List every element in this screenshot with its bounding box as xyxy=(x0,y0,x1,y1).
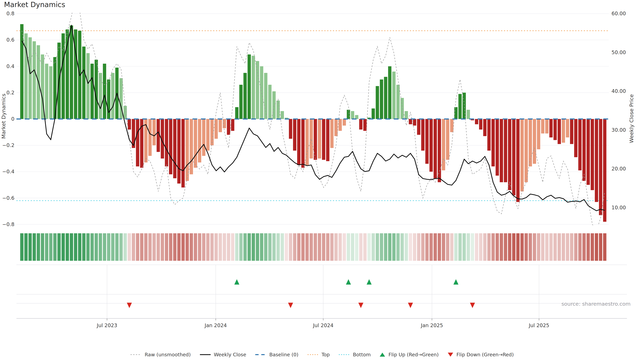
dynamics-bar xyxy=(425,119,429,164)
dynamics-bar xyxy=(595,119,598,202)
heatmap-cell xyxy=(94,233,98,261)
dynamics-bar xyxy=(86,53,90,119)
raw-line-icon xyxy=(130,353,142,357)
dynamics-bar xyxy=(388,66,392,119)
dynamics-bar xyxy=(260,66,263,119)
heatmap-cell xyxy=(438,233,441,261)
dynamics-bar xyxy=(450,119,454,132)
dynamics-bar xyxy=(545,119,548,133)
dynamics-bar xyxy=(49,66,52,119)
dynamics-bar xyxy=(384,77,388,119)
heatmap-cell xyxy=(280,233,284,261)
dynamics-bar xyxy=(318,119,321,159)
heatmap-cell xyxy=(20,233,24,261)
dynamics-bar xyxy=(582,119,586,181)
heatmap-cell xyxy=(231,233,234,261)
heatmap-cell xyxy=(462,233,466,261)
dynamics-bar xyxy=(533,119,536,164)
source-note: source: sharemaestro.com xyxy=(562,301,630,307)
heatmap-cell xyxy=(351,233,354,261)
dynamics-bar xyxy=(599,119,602,215)
heatmap-cell xyxy=(533,233,536,261)
legend-item-baseline: Baseline (0) xyxy=(255,352,298,357)
legend-label: Weekly Close xyxy=(214,352,246,357)
svg-text:−0.2: −0.2 xyxy=(2,142,14,148)
dynamics-bar xyxy=(268,85,272,119)
heatmap-cell xyxy=(603,233,606,261)
dynamics-bar xyxy=(103,64,106,119)
heatmap-cell xyxy=(479,233,482,261)
svg-text:0: 0 xyxy=(11,116,14,122)
dynamics-bar xyxy=(82,46,86,119)
dynamics-bar xyxy=(310,119,313,159)
heatmap-cell xyxy=(177,233,180,261)
dynamics-bar xyxy=(165,119,168,166)
heatmap-cell xyxy=(45,233,48,261)
heatmap-cell xyxy=(558,233,561,261)
legend-item-weekly-close: Weekly Close xyxy=(200,352,246,357)
heatmap-cell xyxy=(186,233,189,261)
heatmap-cell xyxy=(136,233,139,261)
heatmap-cell xyxy=(566,233,569,261)
heatmap-cell xyxy=(492,233,495,261)
heatmap-cell xyxy=(520,233,524,261)
dynamics-bar xyxy=(186,119,189,181)
svg-text:0.6: 0.6 xyxy=(6,37,14,43)
dynamics-bar xyxy=(182,119,185,188)
dynamics-bar xyxy=(421,119,424,151)
heatmap-cell xyxy=(140,233,144,261)
heatmap-cell xyxy=(173,233,176,261)
heatmap-cell xyxy=(359,233,362,261)
heatmap-cell xyxy=(376,233,379,261)
heatmap-cell xyxy=(90,233,94,261)
heatmap-cell xyxy=(417,233,420,261)
heatmap-cell xyxy=(586,233,590,261)
heatmap-cell xyxy=(32,233,36,261)
heatmap-cell xyxy=(260,233,263,261)
dynamics-bar xyxy=(417,119,420,135)
top-dotted-icon xyxy=(307,353,318,357)
heatmap-cell xyxy=(57,233,61,261)
heatmap-cell xyxy=(467,233,470,261)
left-axis-label: Market Dynamics xyxy=(1,98,7,139)
legend-item-raw: Raw (unsmoothed) xyxy=(130,352,191,357)
dynamics-bar xyxy=(570,119,574,144)
dynamics-bar xyxy=(297,119,300,165)
svg-text:Jan 2024: Jan 2024 xyxy=(204,323,227,328)
heatmap-cell xyxy=(355,233,358,261)
heatmap-cell xyxy=(562,233,565,261)
dynamics-bar xyxy=(508,119,511,190)
heatmap-cell xyxy=(537,233,540,261)
heatmap-cell xyxy=(49,233,52,261)
heatmap-cell xyxy=(471,233,474,261)
svg-text:Jul 2024: Jul 2024 xyxy=(312,323,334,328)
legend-item-flip-down: Flip Down (Green→Red) xyxy=(448,352,514,357)
heatmap-cell xyxy=(276,233,280,261)
heatmap-cell xyxy=(314,233,317,261)
heatmap-cell xyxy=(512,233,516,261)
dynamics-bar xyxy=(338,119,342,131)
heatmap-cell xyxy=(124,233,127,261)
heatmap-cell xyxy=(161,233,164,261)
dynamics-bar xyxy=(603,119,606,222)
dynamics-bar xyxy=(400,98,404,119)
dynamics-bar xyxy=(487,119,491,151)
heatmap-cell xyxy=(115,233,118,261)
heatmap-cell xyxy=(70,233,73,261)
heatmap-cell xyxy=(264,233,268,261)
svg-text:−0.8: −0.8 xyxy=(2,221,14,227)
svg-text:Jul 2025: Jul 2025 xyxy=(528,323,549,328)
legend-item-top: Top xyxy=(307,352,330,357)
dynamics-bar xyxy=(206,119,210,151)
dynamics-bar xyxy=(190,119,193,174)
svg-text:20.00: 20.00 xyxy=(612,166,626,172)
dynamics-bar xyxy=(578,119,582,170)
svg-text:Jan 2025: Jan 2025 xyxy=(420,323,443,328)
heatmap-cell xyxy=(190,233,193,261)
heatmap-cell xyxy=(194,233,197,261)
heatmap-cell xyxy=(132,233,135,261)
heatmap-cell xyxy=(528,233,532,261)
heatmap-cell xyxy=(239,233,243,261)
heatmap-cell xyxy=(66,233,69,261)
dynamics-bar xyxy=(558,119,561,144)
